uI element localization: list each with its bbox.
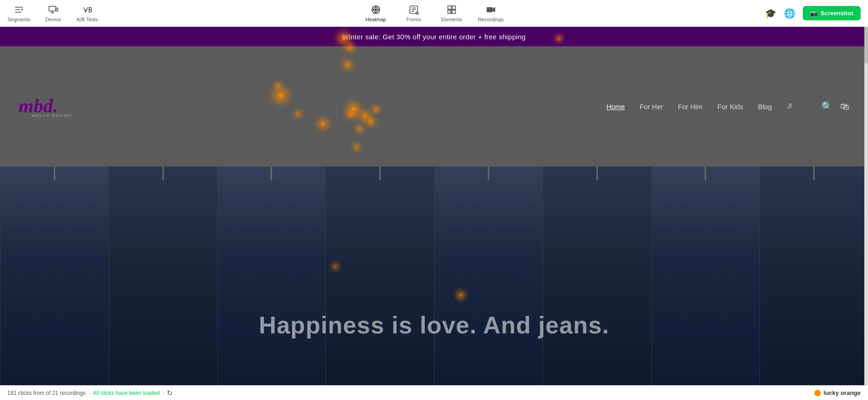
heatmap-button[interactable]: Heatmap bbox=[364, 5, 387, 22]
jean-4 bbox=[325, 166, 434, 385]
loaded-text[interactable]: All clicks have been loaded bbox=[93, 390, 160, 396]
nav-blog[interactable]: Blog bbox=[758, 103, 772, 111]
screenshot-camera-icon: 📷 bbox=[810, 10, 818, 17]
website-area: Winter sale: Get 30% off your entire ord… bbox=[0, 27, 868, 385]
heatmap-label: Heatmap bbox=[366, 17, 386, 22]
forms-button[interactable]: Forms bbox=[402, 5, 425, 22]
recordings-button[interactable]: Recordings bbox=[478, 5, 504, 22]
elements-button[interactable]: A Elements bbox=[440, 5, 463, 22]
segments-button[interactable]: Segments bbox=[7, 5, 31, 22]
toolbar-left: Segments Device A/B Tests bbox=[7, 5, 99, 22]
lucky-orange-brand: lucky orange bbox=[814, 389, 861, 396]
device-icon bbox=[48, 5, 58, 15]
nav-home[interactable]: Home bbox=[606, 103, 625, 111]
status-left: 181 clicks from of 21 recordings · All c… bbox=[7, 389, 173, 397]
ab-tests-button[interactable]: A/B Tests bbox=[76, 5, 99, 22]
promo-banner: Winter sale: Get 30% off your entire ord… bbox=[0, 27, 868, 46]
toolbar: Segments Device A/B Tests Heatmap bbox=[0, 0, 868, 27]
site-nav-icons: 🔍 🛍 bbox=[821, 101, 850, 112]
svg-rect-4 bbox=[49, 6, 56, 11]
jean-6 bbox=[543, 166, 651, 385]
nav-for-her[interactable]: For Her bbox=[640, 103, 663, 111]
lo-label: lucky orange bbox=[824, 389, 861, 396]
svg-point-11 bbox=[375, 9, 377, 10]
site-logo-sub: MOLLY BOOMH bbox=[31, 113, 72, 118]
segments-label: Segments bbox=[7, 17, 31, 22]
elements-label: Elements bbox=[441, 17, 462, 22]
promo-text: Winter sale: Get 30% off your entire ord… bbox=[342, 33, 526, 41]
separator-1: · bbox=[88, 390, 90, 396]
forms-icon bbox=[409, 5, 419, 15]
elements-icon: A bbox=[446, 5, 457, 15]
svg-rect-28 bbox=[487, 7, 493, 12]
refresh-button[interactable]: ↻ bbox=[167, 389, 173, 397]
cart-icon[interactable]: 🛍 bbox=[840, 101, 850, 112]
site-logo-container: mbd. MOLLY BOOMH bbox=[18, 95, 86, 118]
svg-marker-29 bbox=[493, 7, 495, 12]
ab-tests-label: A/B Tests bbox=[77, 17, 98, 22]
screenshot-label: Screenshot bbox=[820, 10, 853, 17]
hero-jeans-bg bbox=[0, 166, 868, 385]
toolbar-center: Heatmap Forms A Elements Recor bbox=[364, 5, 504, 22]
ab-icon bbox=[82, 5, 92, 15]
status-bar: 181 clicks from of 21 recordings · All c… bbox=[0, 385, 868, 400]
segments-icon bbox=[14, 5, 24, 15]
svg-rect-26 bbox=[452, 10, 455, 13]
svg-marker-3 bbox=[22, 8, 24, 11]
scrollbar-thumb[interactable] bbox=[864, 27, 868, 64]
nav-extra-icon: ✗ bbox=[787, 101, 794, 111]
heatmap-icon bbox=[371, 5, 381, 15]
jean-8 bbox=[759, 166, 868, 385]
jean-1 bbox=[0, 166, 109, 385]
separator-2: · bbox=[163, 390, 164, 396]
scrollbar[interactable] bbox=[864, 27, 868, 385]
globe-button[interactable]: 🌐 bbox=[784, 8, 795, 19]
screenshot-button[interactable]: 📷 Screenshot bbox=[803, 6, 861, 20]
site-nav-links: Home For Her For Him For Kids Blog ✗ bbox=[606, 101, 794, 111]
lo-dot bbox=[814, 390, 821, 396]
svg-text:A: A bbox=[449, 10, 452, 14]
recordings-label: Recordings bbox=[478, 17, 504, 22]
device-button[interactable]: Device bbox=[42, 5, 65, 22]
recordings-icon bbox=[486, 5, 496, 15]
toolbar-right: 🎓 🌐 📷 Screenshot bbox=[765, 6, 861, 20]
jean-5 bbox=[434, 166, 543, 385]
svg-rect-7 bbox=[56, 8, 58, 11]
help-button[interactable]: 🎓 bbox=[765, 8, 776, 19]
forms-label: Forms bbox=[407, 17, 421, 22]
nav-for-him[interactable]: For Him bbox=[678, 103, 703, 111]
status-right: lucky orange bbox=[814, 389, 861, 396]
jean-7 bbox=[651, 166, 760, 385]
device-label: Device bbox=[45, 17, 61, 22]
jean-3 bbox=[217, 166, 326, 385]
hero-area: Happiness is love. And jeans. bbox=[0, 166, 868, 385]
hero-headline: Happiness is love. And jeans. bbox=[259, 311, 609, 339]
svg-rect-24 bbox=[452, 6, 455, 9]
site-nav: mbd. MOLLY BOOMH Home For Her For Him Fo… bbox=[0, 46, 868, 166]
search-icon[interactable]: 🔍 bbox=[821, 101, 833, 112]
jean-2 bbox=[109, 166, 217, 385]
svg-rect-23 bbox=[448, 6, 451, 9]
nav-for-kids[interactable]: For Kids bbox=[717, 103, 743, 111]
clicks-count: 181 clicks from of 21 recordings bbox=[7, 390, 86, 396]
